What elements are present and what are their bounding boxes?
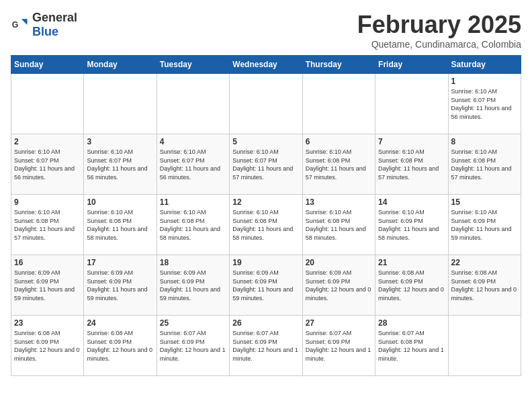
tuesday-header: Tuesday [157, 56, 229, 74]
table-row [230, 74, 302, 134]
day-info: Sunrise: 6:10 AM Sunset: 6:07 PM Dayligh… [451, 87, 518, 121]
table-row: 16Sunrise: 6:09 AM Sunset: 6:09 PM Dayli… [11, 255, 84, 316]
day-info: Sunrise: 6:07 AM Sunset: 6:08 PM Dayligh… [378, 329, 445, 363]
day-number: 15 [451, 197, 518, 207]
day-info: Sunrise: 6:07 AM Sunset: 6:09 PM Dayligh… [306, 329, 372, 363]
table-row: 27Sunrise: 6:07 AM Sunset: 6:09 PM Dayli… [302, 316, 375, 376]
day-number: 19 [232, 258, 299, 267]
day-number: 18 [160, 258, 226, 267]
header: G General Blue February 2025 Quetame, Cu… [11, 11, 521, 50]
table-row [448, 316, 521, 376]
day-info: Sunrise: 6:10 AM Sunset: 6:08 PM Dayligh… [160, 208, 226, 242]
calendar-week-2: 9Sunrise: 6:10 AM Sunset: 6:08 PM Daylig… [11, 195, 521, 255]
friday-header: Friday [375, 56, 448, 74]
thursday-header: Thursday [302, 56, 375, 74]
day-info: Sunrise: 6:08 AM Sunset: 6:09 PM Dayligh… [87, 329, 153, 363]
day-info: Sunrise: 6:09 AM Sunset: 6:09 PM Dayligh… [14, 269, 81, 302]
logo-icon: G [11, 15, 30, 34]
table-row: 5Sunrise: 6:10 AM Sunset: 6:07 PM Daylig… [230, 134, 302, 195]
day-number: 20 [306, 258, 372, 267]
table-row: 22Sunrise: 6:08 AM Sunset: 6:09 PM Dayli… [448, 255, 521, 316]
day-info: Sunrise: 6:10 AM Sunset: 6:08 PM Dayligh… [306, 208, 372, 242]
day-info: Sunrise: 6:10 AM Sunset: 6:08 PM Dayligh… [306, 148, 372, 181]
day-info: Sunrise: 6:10 AM Sunset: 6:08 PM Dayligh… [87, 208, 153, 242]
day-number: 27 [306, 318, 372, 328]
table-row: 20Sunrise: 6:09 AM Sunset: 6:09 PM Dayli… [302, 255, 375, 316]
table-row: 8Sunrise: 6:10 AM Sunset: 6:08 PM Daylig… [448, 134, 521, 195]
day-info: Sunrise: 6:10 AM Sunset: 6:07 PM Dayligh… [232, 148, 299, 181]
day-info: Sunrise: 6:10 AM Sunset: 6:08 PM Dayligh… [232, 208, 299, 242]
table-row: 3Sunrise: 6:10 AM Sunset: 6:07 PM Daylig… [84, 134, 157, 195]
table-row [302, 74, 375, 134]
table-row [84, 74, 157, 134]
table-row [157, 74, 229, 134]
table-row: 9Sunrise: 6:10 AM Sunset: 6:08 PM Daylig… [11, 195, 84, 255]
table-row: 26Sunrise: 6:07 AM Sunset: 6:09 PM Dayli… [230, 316, 302, 376]
day-info: Sunrise: 6:10 AM Sunset: 6:08 PM Dayligh… [378, 148, 445, 181]
saturday-header: Saturday [448, 56, 521, 74]
day-info: Sunrise: 6:09 AM Sunset: 6:09 PM Dayligh… [87, 269, 153, 302]
day-number: 13 [306, 197, 372, 207]
day-info: Sunrise: 6:10 AM Sunset: 6:07 PM Dayligh… [87, 148, 153, 181]
day-number: 23 [14, 318, 81, 328]
day-number: 17 [87, 258, 153, 267]
table-row: 15Sunrise: 6:10 AM Sunset: 6:09 PM Dayli… [448, 195, 521, 255]
calendar-body: 1Sunrise: 6:10 AM Sunset: 6:07 PM Daylig… [11, 74, 521, 376]
table-row: 25Sunrise: 6:07 AM Sunset: 6:09 PM Dayli… [157, 316, 229, 376]
day-number: 21 [378, 258, 445, 267]
day-info: Sunrise: 6:10 AM Sunset: 6:08 PM Dayligh… [14, 208, 81, 242]
calendar-week-0: 1Sunrise: 6:10 AM Sunset: 6:07 PM Daylig… [11, 74, 521, 134]
table-row: 18Sunrise: 6:09 AM Sunset: 6:09 PM Dayli… [157, 255, 229, 316]
day-number: 5 [232, 137, 299, 146]
day-number: 8 [451, 137, 518, 146]
table-row: 21Sunrise: 6:08 AM Sunset: 6:09 PM Dayli… [375, 255, 448, 316]
calendar-week-4: 23Sunrise: 6:08 AM Sunset: 6:09 PM Dayli… [11, 316, 521, 376]
day-info: Sunrise: 6:10 AM Sunset: 6:09 PM Dayligh… [451, 208, 518, 242]
table-row: 7Sunrise: 6:10 AM Sunset: 6:08 PM Daylig… [375, 134, 448, 195]
day-number: 3 [87, 137, 153, 146]
day-number: 6 [306, 137, 372, 146]
calendar-table: Sunday Monday Tuesday Wednesday Thursday… [11, 55, 521, 376]
month-year: February 2025 [357, 11, 521, 39]
svg-marker-1 [21, 19, 28, 25]
table-row: 1Sunrise: 6:10 AM Sunset: 6:07 PM Daylig… [448, 74, 521, 134]
table-row: 23Sunrise: 6:08 AM Sunset: 6:09 PM Dayli… [11, 316, 84, 376]
title-area: February 2025 Quetame, Cundinamarca, Col… [357, 11, 521, 50]
day-info: Sunrise: 6:09 AM Sunset: 6:09 PM Dayligh… [306, 269, 372, 302]
table-row: 10Sunrise: 6:10 AM Sunset: 6:08 PM Dayli… [84, 195, 157, 255]
table-row: 12Sunrise: 6:10 AM Sunset: 6:08 PM Dayli… [230, 195, 302, 255]
logo-blue-text: Blue [32, 25, 58, 38]
day-number: 26 [232, 318, 299, 328]
day-info: Sunrise: 6:07 AM Sunset: 6:09 PM Dayligh… [160, 329, 226, 363]
day-number: 28 [378, 318, 445, 328]
day-number: 4 [160, 137, 226, 146]
calendar-header: Sunday Monday Tuesday Wednesday Thursday… [11, 56, 521, 74]
wednesday-header: Wednesday [230, 56, 302, 74]
day-number: 12 [232, 197, 299, 207]
day-number: 1 [451, 77, 518, 86]
calendar-week-1: 2Sunrise: 6:10 AM Sunset: 6:07 PM Daylig… [11, 134, 521, 195]
table-row: 17Sunrise: 6:09 AM Sunset: 6:09 PM Dayli… [84, 255, 157, 316]
day-number: 14 [378, 197, 445, 207]
svg-text:G: G [12, 20, 19, 30]
table-row: 4Sunrise: 6:10 AM Sunset: 6:07 PM Daylig… [157, 134, 229, 195]
day-info: Sunrise: 6:07 AM Sunset: 6:09 PM Dayligh… [232, 329, 299, 363]
day-number: 24 [87, 318, 153, 328]
day-number: 25 [160, 318, 226, 328]
day-info: Sunrise: 6:10 AM Sunset: 6:08 PM Dayligh… [451, 148, 518, 181]
day-info: Sunrise: 6:10 AM Sunset: 6:09 PM Dayligh… [378, 208, 445, 242]
table-row: 24Sunrise: 6:08 AM Sunset: 6:09 PM Dayli… [84, 316, 157, 376]
table-row: 19Sunrise: 6:09 AM Sunset: 6:09 PM Dayli… [230, 255, 302, 316]
day-number: 7 [378, 137, 445, 146]
day-number: 11 [160, 197, 226, 207]
day-number: 16 [14, 258, 81, 267]
calendar-week-3: 16Sunrise: 6:09 AM Sunset: 6:09 PM Dayli… [11, 255, 521, 316]
table-row [375, 74, 448, 134]
location: Quetame, Cundinamarca, Colombia [357, 39, 521, 50]
day-info: Sunrise: 6:08 AM Sunset: 6:09 PM Dayligh… [14, 329, 81, 363]
day-info: Sunrise: 6:08 AM Sunset: 6:09 PM Dayligh… [451, 269, 518, 302]
day-number: 2 [14, 137, 81, 146]
day-info: Sunrise: 6:10 AM Sunset: 6:07 PM Dayligh… [14, 148, 81, 181]
day-info: Sunrise: 6:10 AM Sunset: 6:07 PM Dayligh… [160, 148, 226, 181]
day-number: 22 [451, 258, 518, 267]
